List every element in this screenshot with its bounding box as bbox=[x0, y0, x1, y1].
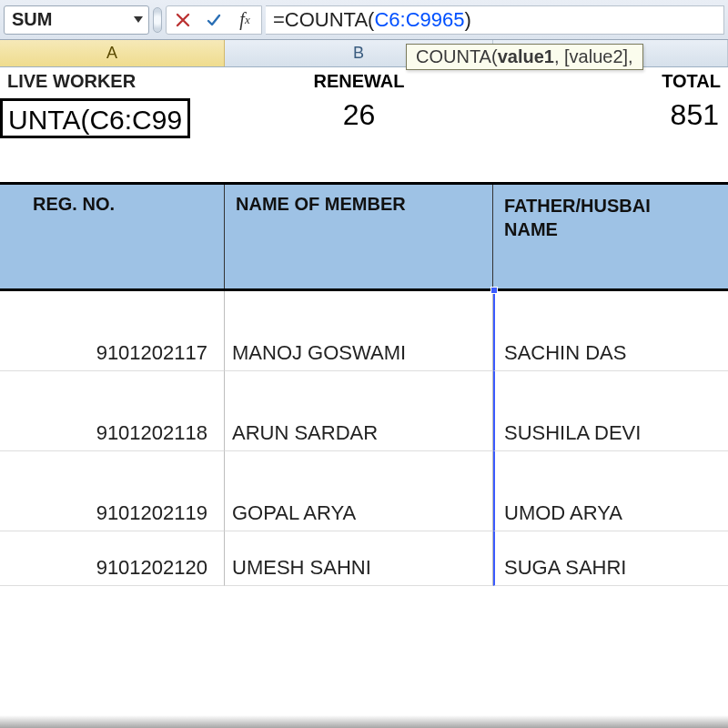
table-row[interactable]: 9101202118 ARUN SARDAR SUSHILA DEVI bbox=[0, 371, 728, 451]
cell-reg[interactable]: 9101202118 bbox=[0, 371, 225, 451]
function-tooltip: COUNTA(value1, [value2], bbox=[406, 44, 643, 70]
cell-name[interactable]: UMESH SAHNI bbox=[225, 531, 493, 586]
table-row[interactable]: 9101202120 UMESH SAHNI SUGA SAHRI bbox=[0, 531, 728, 586]
active-cell[interactable]: UNTA(C6:C99 bbox=[0, 98, 190, 138]
table-row[interactable]: 9101202119 GOPAL ARYA UMOD ARYA bbox=[0, 451, 728, 531]
cell-name[interactable]: MANOJ GOSWAMI bbox=[225, 291, 493, 371]
cell-reg[interactable]: 9101202117 bbox=[0, 291, 225, 371]
summary-values-row: UNTA(C6:C99 26 851 bbox=[0, 98, 728, 149]
name-box[interactable]: SUM bbox=[4, 5, 149, 35]
summary-labels-row: LIVE WORKER RENEWAL TOTAL bbox=[0, 67, 728, 98]
cell-reg[interactable]: 9101202120 bbox=[0, 531, 225, 586]
cell-father[interactable]: SUGA SAHRI bbox=[493, 531, 728, 586]
label-live-worker: LIVE WORKER bbox=[0, 67, 225, 98]
cell-name[interactable]: GOPAL ARYA bbox=[225, 451, 493, 531]
label-renewal: RENEWAL bbox=[225, 67, 493, 98]
cell-father[interactable]: UMOD ARYA bbox=[493, 451, 728, 531]
tooltip-arg-bold: value1 bbox=[498, 46, 554, 66]
formula-bar-buttons: fx bbox=[166, 5, 262, 35]
formula-range: C6:C9965 bbox=[374, 8, 464, 32]
formula-bar: SUM fx =COUNTA(C6:C9965) bbox=[0, 0, 728, 40]
cell-father[interactable]: SACHIN DAS bbox=[493, 291, 728, 371]
header-father: FATHER/HUSBAI NAME bbox=[493, 185, 728, 288]
fx-icon[interactable]: fx bbox=[236, 11, 254, 29]
bottom-shadow bbox=[0, 715, 728, 728]
tooltip-arg-rest: , [value2], bbox=[554, 46, 633, 66]
active-cell-wrap: UNTA(C6:C99 bbox=[0, 98, 225, 146]
cell-reg[interactable]: 9101202119 bbox=[0, 451, 225, 531]
chevron-down-icon[interactable] bbox=[134, 16, 143, 23]
table-row[interactable]: 9101202117 MANOJ GOSWAMI SACHIN DAS bbox=[0, 291, 728, 371]
formula-suffix: ) bbox=[465, 8, 471, 32]
formula-prefix: =COUNTA( bbox=[273, 8, 374, 32]
table-header-row: REG. NO. NAME OF MEMBER FATHER/HUSBAI NA… bbox=[0, 182, 728, 291]
cell-name[interactable]: ARUN SARDAR bbox=[225, 371, 493, 451]
value-total[interactable]: 851 bbox=[493, 98, 728, 132]
tooltip-fn: COUNTA bbox=[416, 46, 491, 66]
cell-father[interactable]: SUSHILA DEVI bbox=[493, 371, 728, 451]
cancel-icon[interactable] bbox=[174, 11, 192, 29]
column-header-A[interactable]: A bbox=[0, 40, 225, 66]
header-name: NAME OF MEMBER bbox=[225, 185, 493, 288]
label-total: TOTAL bbox=[493, 67, 728, 98]
worksheet[interactable]: LIVE WORKER RENEWAL TOTAL UNTA(C6:C99 26… bbox=[0, 67, 728, 586]
value-renewal[interactable]: 26 bbox=[225, 98, 493, 132]
enter-icon[interactable] bbox=[205, 11, 223, 29]
formula-input[interactable]: =COUNTA(C6:C9965) bbox=[266, 5, 724, 35]
splitter-handle[interactable] bbox=[153, 7, 162, 33]
selection-handle-icon[interactable] bbox=[490, 287, 498, 294]
table-body: 9101202117 MANOJ GOSWAMI SACHIN DAS 9101… bbox=[0, 291, 728, 586]
header-reg-no: REG. NO. bbox=[0, 185, 225, 288]
name-box-text: SUM bbox=[12, 9, 128, 30]
